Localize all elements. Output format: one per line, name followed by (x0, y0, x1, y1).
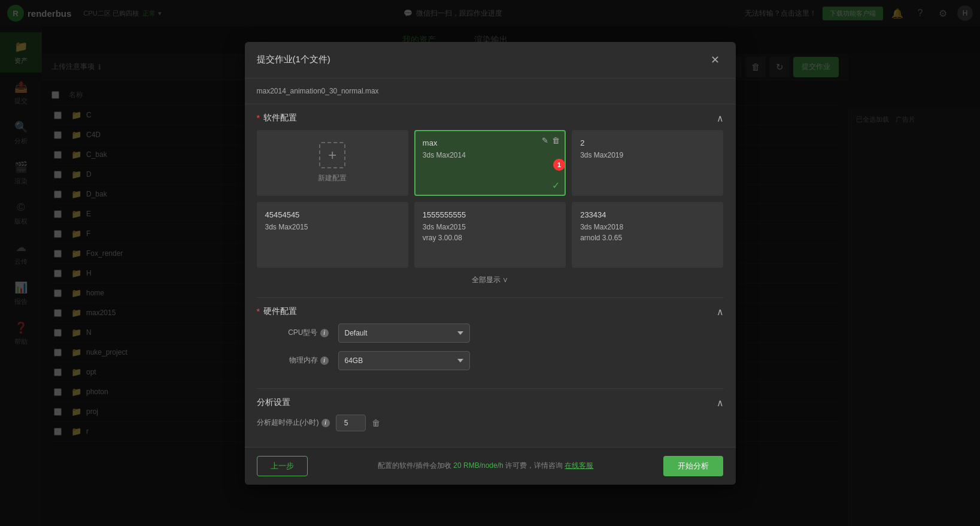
memory-info-icon[interactable]: i (320, 356, 329, 365)
footer-note-prefix: 配置的软件/插件会加收 (378, 461, 451, 470)
config-plugin: vray 3.00.08 (423, 234, 462, 242)
config-card-max2014[interactable]: ✎ 🗑 max 3ds Max2014 1 ✓ (414, 130, 566, 196)
new-config-plus-icon: + (319, 142, 345, 168)
memory-row: 物理内存 i 32GB 64GB 128GB (257, 351, 724, 370)
show-all-button[interactable]: 全部显示 ∨ (257, 268, 724, 288)
modal-close-button[interactable]: ✕ (707, 52, 724, 68)
footer-note: 配置的软件/插件会加收 20 RMB/node/h 许可费，详情咨询 在线客服 (378, 461, 594, 471)
software-section-header: * 软件配置 ∧ (257, 104, 724, 130)
memory-label: 物理内存 i (257, 355, 329, 365)
software-section-title: * 软件配置 (257, 113, 297, 123)
analysis-timeout-label: 分析超时停止(小时) i (257, 418, 330, 428)
config-card-actions: ✎ 🗑 (542, 136, 560, 145)
modal-body: max2014_animation0_30_normal.max * 软件配置 … (245, 78, 736, 447)
required-mark-hw: * (257, 307, 260, 316)
required-mark: * (257, 113, 260, 123)
config-check-icon: ✓ (552, 180, 560, 191)
config-card-233434[interactable]: 233434 3ds Max2018 arnold 3.0.65 (572, 202, 723, 268)
software-section: * 软件配置 ∧ + 新建配置 ✎ 🗑 (245, 104, 736, 297)
software-title-text: 软件配置 (263, 113, 297, 123)
timeout-info-icon[interactable]: i (321, 419, 330, 427)
analysis-section-header: 分析设置 ∧ (257, 389, 724, 415)
cpu-select[interactable]: Default Standard High (338, 324, 470, 343)
hardware-section: * 硬件配置 ∧ CPU型号 i Default Standard High (245, 298, 736, 388)
file-path: max2014_animation0_30_normal.max (257, 87, 379, 95)
config-software: 3ds Max2014 (423, 151, 466, 159)
delete-config-button[interactable]: 🗑 (552, 136, 560, 145)
footer-note-amount: 20 RMB/node/h (453, 461, 503, 470)
config-number: 2 (580, 138, 584, 147)
file-path-area: max2014_animation0_30_normal.max (245, 78, 736, 104)
analysis-collapse-button[interactable]: ∧ (717, 397, 724, 409)
modal-footer: 上一步 配置的软件/插件会加收 20 RMB/node/h 许可费，详情咨询 在… (245, 447, 736, 485)
analysis-title-text: 分析设置 (257, 397, 290, 408)
footer-note-suffix: 许可费，详情咨询 (505, 461, 563, 470)
config-software: 3ds Max2015 (423, 223, 466, 231)
hardware-section-header: * 硬件配置 ∧ (257, 298, 724, 324)
config-badge: 1 (553, 159, 565, 171)
config-card-45454545[interactable]: 45454545 3ds Max2015 (257, 202, 408, 268)
config-card-max2019[interactable]: 2 3ds Max2019 (572, 130, 723, 196)
config-name: max (423, 138, 438, 147)
edit-config-button[interactable]: ✎ (542, 136, 548, 145)
modal-overlay: 提交作业(1个文件) ✕ max2014_animation0_30_norma… (0, 0, 980, 526)
config-software: 3ds Max2018 (580, 223, 623, 231)
cpu-row: CPU型号 i Default Standard High (257, 324, 724, 343)
modal-header: 提交作业(1个文件) ✕ (245, 42, 736, 78)
analysis-timeout-row: 分析超时停止(小时) i 🗑 (257, 415, 724, 431)
config-card-1555555555[interactable]: 1555555555 3ds Max2015 vray 3.00.08 (414, 202, 566, 268)
delete-timeout-button[interactable]: 🗑 (372, 418, 380, 428)
hardware-section-title: * 硬件配置 (257, 306, 297, 317)
config-software: 3ds Max2015 (265, 223, 308, 231)
new-config-card[interactable]: + 新建配置 (257, 130, 408, 196)
hardware-collapse-button[interactable]: ∧ (717, 306, 724, 318)
hardware-title-text: 硬件配置 (263, 306, 297, 317)
modal-title: 提交作业(1个文件) (257, 54, 330, 65)
config-number: 45454545 (265, 210, 300, 219)
config-software: 3ds Max2019 (580, 151, 623, 159)
modal: 提交作业(1个文件) ✕ max2014_animation0_30_norma… (245, 42, 736, 485)
analysis-section-title: 分析设置 (257, 397, 290, 408)
new-config-label: 新建配置 (318, 173, 347, 183)
config-number: 1555555555 (423, 210, 466, 219)
config-grid: + 新建配置 ✎ 🗑 max 3ds Max2014 1 ✓ (257, 130, 724, 268)
memory-select[interactable]: 32GB 64GB 128GB (338, 351, 470, 370)
footer-note-link[interactable]: 在线客服 (565, 461, 593, 470)
back-button[interactable]: 上一步 (257, 456, 308, 476)
cpu-label: CPU型号 i (257, 328, 329, 338)
timeout-input[interactable] (336, 415, 366, 431)
software-collapse-button[interactable]: ∧ (717, 113, 724, 124)
cpu-info-icon[interactable]: i (320, 329, 329, 337)
config-plugin: arnold 3.0.65 (580, 234, 622, 242)
config-number: 233434 (580, 210, 606, 219)
analysis-section: 分析设置 ∧ 分析超时停止(小时) i 🗑 (245, 389, 736, 447)
start-analysis-button[interactable]: 开始分析 (663, 456, 723, 476)
